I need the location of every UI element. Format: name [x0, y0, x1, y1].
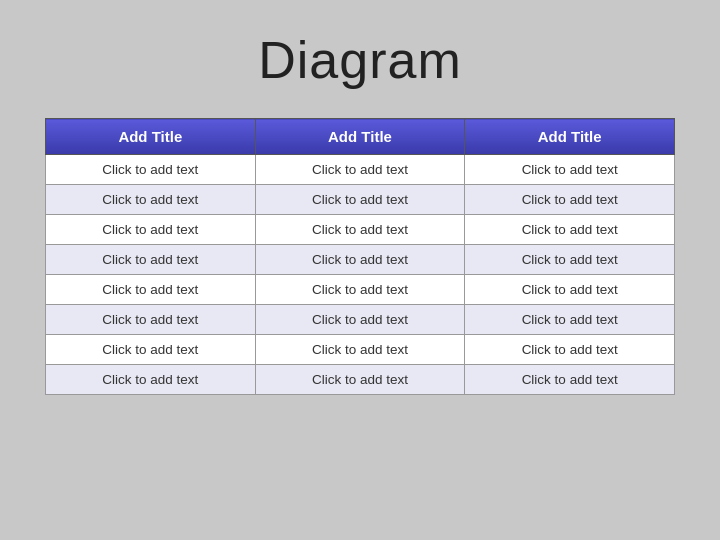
- header-cell-2[interactable]: Add Title: [255, 119, 465, 155]
- cell-r5-c2[interactable]: Click to add text: [465, 305, 675, 335]
- cell-r7-c2[interactable]: Click to add text: [465, 365, 675, 395]
- cell-r1-c0[interactable]: Click to add text: [46, 185, 256, 215]
- cell-r7-c0[interactable]: Click to add text: [46, 365, 256, 395]
- table-row: Click to add textClick to add textClick …: [46, 155, 675, 185]
- cell-r1-c2[interactable]: Click to add text: [465, 185, 675, 215]
- table-header-row: Add Title Add Title Add Title: [46, 119, 675, 155]
- cell-r6-c0[interactable]: Click to add text: [46, 335, 256, 365]
- cell-r0-c0[interactable]: Click to add text: [46, 155, 256, 185]
- cell-r2-c1[interactable]: Click to add text: [255, 215, 465, 245]
- cell-r3-c0[interactable]: Click to add text: [46, 245, 256, 275]
- table-row: Click to add textClick to add textClick …: [46, 185, 675, 215]
- cell-r5-c1[interactable]: Click to add text: [255, 305, 465, 335]
- diagram-table: Add Title Add Title Add Title Click to a…: [45, 118, 675, 395]
- cell-r0-c2[interactable]: Click to add text: [465, 155, 675, 185]
- cell-r4-c0[interactable]: Click to add text: [46, 275, 256, 305]
- cell-r3-c2[interactable]: Click to add text: [465, 245, 675, 275]
- header-cell-1[interactable]: Add Title: [46, 119, 256, 155]
- table-row: Click to add textClick to add textClick …: [46, 245, 675, 275]
- cell-r6-c1[interactable]: Click to add text: [255, 335, 465, 365]
- table-row: Click to add textClick to add textClick …: [46, 365, 675, 395]
- table-row: Click to add textClick to add textClick …: [46, 305, 675, 335]
- table-row: Click to add textClick to add textClick …: [46, 215, 675, 245]
- page-title: Diagram: [258, 30, 462, 90]
- cell-r7-c1[interactable]: Click to add text: [255, 365, 465, 395]
- cell-r2-c2[interactable]: Click to add text: [465, 215, 675, 245]
- cell-r4-c2[interactable]: Click to add text: [465, 275, 675, 305]
- cell-r6-c2[interactable]: Click to add text: [465, 335, 675, 365]
- table-row: Click to add textClick to add textClick …: [46, 335, 675, 365]
- cell-r4-c1[interactable]: Click to add text: [255, 275, 465, 305]
- cell-r1-c1[interactable]: Click to add text: [255, 185, 465, 215]
- header-cell-3[interactable]: Add Title: [465, 119, 675, 155]
- cell-r2-c0[interactable]: Click to add text: [46, 215, 256, 245]
- table-row: Click to add textClick to add textClick …: [46, 275, 675, 305]
- cell-r5-c0[interactable]: Click to add text: [46, 305, 256, 335]
- cell-r0-c1[interactable]: Click to add text: [255, 155, 465, 185]
- cell-r3-c1[interactable]: Click to add text: [255, 245, 465, 275]
